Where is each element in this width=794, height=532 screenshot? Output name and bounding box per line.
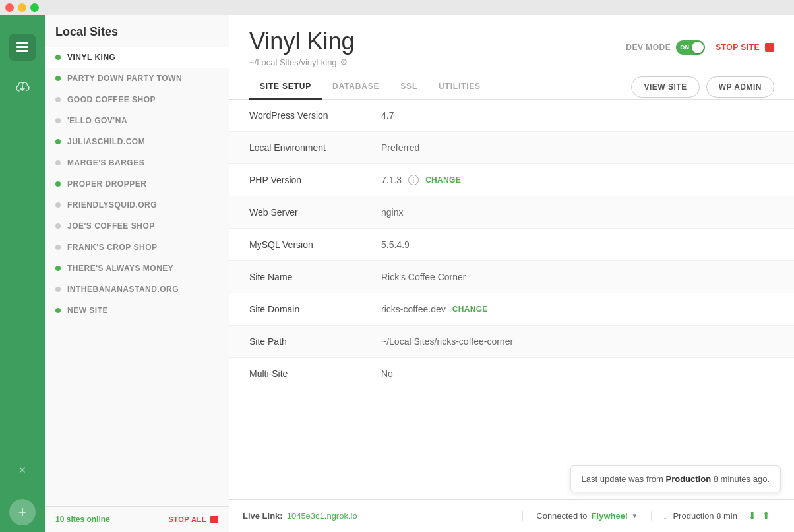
online-count-label: sites online: [67, 515, 110, 524]
settings-value: 4.7: [381, 110, 394, 121]
site-item[interactable]: FRIENDLYSQUID.ORG: [45, 194, 229, 216]
site-item-label: PROPER DROPPER: [67, 179, 146, 189]
sites-online-count: 10 sites online: [55, 515, 110, 524]
site-item-label: MARGE'S BARGES: [67, 158, 144, 167]
site-status-dot: [55, 287, 61, 292]
site-title-area: Vinyl King ~/Local Sites/vinyl-king ⚙: [249, 28, 354, 67]
site-status-dot: [55, 308, 61, 313]
stop-all-label: STOP ALL: [168, 516, 206, 523]
site-path: ~/Local Sites/vinyl-king ⚙: [249, 57, 354, 67]
sidebar-icon-sites[interactable]: [9, 34, 36, 61]
tab-ssl[interactable]: SSL: [390, 75, 428, 100]
site-item[interactable]: NEW SITE: [45, 300, 229, 321]
site-item-label: 'ELLO GOV'NA: [67, 116, 127, 125]
site-item[interactable]: INTHEBANANASTAND.ORG: [45, 279, 229, 300]
update-tooltip-bold: Production: [666, 474, 712, 484]
settings-value-text: No: [381, 369, 393, 379]
settings-row: Site Domainricks-coffee.devCHANGE: [229, 293, 794, 326]
dev-mode-toggle[interactable]: ON: [676, 40, 705, 55]
site-item[interactable]: VINYL KING: [45, 47, 229, 68]
settings-value: No: [381, 369, 393, 379]
stop-all-button[interactable]: STOP ALL: [168, 516, 218, 523]
live-link-url[interactable]: 1045e3c1.ngrok.io: [287, 511, 357, 521]
stop-site-label: STOP SITE: [716, 43, 760, 52]
stop-all-icon: [210, 516, 218, 523]
site-item-label: JOE'S COFFEE SHOP: [67, 222, 155, 231]
settings-value-text: nginx: [381, 207, 403, 218]
site-item[interactable]: PARTY DOWN PARTY TOWN: [45, 68, 229, 89]
settings-value: Rick's Coffee Corner: [381, 272, 466, 282]
traffic-light-yellow[interactable]: [18, 3, 26, 12]
tab-database[interactable]: DATABASE: [322, 75, 390, 100]
tab-utilities[interactable]: UTILITIES: [428, 75, 491, 100]
site-path-text: ~/Local Sites/vinyl-king: [249, 57, 337, 67]
sidebar-icon-panel: ✕ +: [0, 15, 45, 532]
settings-value-text: Rick's Coffee Corner: [381, 272, 466, 282]
site-status-dot: [55, 97, 61, 102]
site-status-dot: [55, 181, 61, 187]
settings-label: Multi-Site: [249, 369, 381, 379]
site-item[interactable]: JULIASCHILD.COM: [45, 131, 229, 152]
tab-site-setup[interactable]: SITE SETUP: [249, 75, 322, 100]
settings-row: Web Servernginx: [229, 196, 794, 229]
settings-content: WordPress Version4.7Local EnvironmentPre…: [229, 100, 794, 499]
settings-label: Site Name: [249, 272, 381, 282]
wp-admin-button[interactable]: WP ADMIN: [706, 76, 774, 98]
bottom-bar: Live Link: 1045e3c1.ngrok.io Connected t…: [229, 499, 794, 532]
traffic-light-green[interactable]: [30, 3, 39, 12]
settings-row: Multi-SiteNo: [229, 358, 794, 390]
settings-row: MySQL Version5.5.4.9: [229, 229, 794, 261]
production-area: ↓ Production 8 min ⬇ ⬆: [652, 510, 781, 522]
stop-site-button[interactable]: STOP SITE: [716, 43, 774, 52]
site-item[interactable]: GOOD COFFEE SHOP: [45, 89, 229, 110]
site-status-dot: [55, 55, 61, 60]
site-item[interactable]: JOE'S COFFEE SHOP: [45, 216, 229, 237]
settings-value-text: 7.1.3: [381, 175, 402, 185]
header-actions: DEV MODE ON STOP SITE: [626, 40, 774, 55]
info-icon[interactable]: i: [408, 175, 419, 185]
settings-value: ~/Local Sites/ricks-coffee-corner: [381, 336, 513, 347]
site-item-label: GOOD COFFEE SHOP: [67, 95, 156, 104]
settings-value: 5.5.4.9: [381, 239, 410, 250]
site-item[interactable]: THERE'S ALWAYS MONEY: [45, 258, 229, 279]
dev-mode-label: DEV MODE: [626, 43, 671, 52]
site-item-label: THERE'S ALWAYS MONEY: [67, 264, 173, 273]
settings-value: Preferred: [381, 142, 419, 153]
settings-label: Site Domain: [249, 304, 381, 314]
settings-row: PHP Version7.1.3iCHANGE: [229, 164, 794, 196]
settings-row: Site Path~/Local Sites/ricks-coffee-corn…: [229, 326, 794, 358]
settings-value-text: 5.5.4.9: [381, 239, 410, 250]
main-content: Vinyl King ~/Local Sites/vinyl-king ⚙ DE…: [229, 15, 794, 532]
settings-value-text: 4.7: [381, 110, 394, 121]
settings-value-text: ricks-coffee.dev: [381, 304, 446, 314]
sync-up-icon[interactable]: ⬆: [762, 510, 770, 522]
add-site-button[interactable]: +: [9, 499, 36, 525]
site-status-dot: [55, 202, 61, 208]
site-item[interactable]: PROPER DROPPER: [45, 173, 229, 194]
settings-value: ricks-coffee.devCHANGE: [381, 304, 488, 314]
site-item[interactable]: FRANK'S CROP SHOP: [45, 237, 229, 258]
flywheel-name[interactable]: Flywheel: [592, 511, 628, 521]
settings-row: Local EnvironmentPreferred: [229, 132, 794, 164]
site-main-title: Vinyl King: [249, 28, 354, 55]
close-icon[interactable]: ✕: [18, 465, 26, 475]
sync-down-icon[interactable]: ⬇: [748, 510, 756, 522]
site-item[interactable]: 'ELLO GOV'NA: [45, 110, 229, 131]
svg-rect-0: [16, 42, 28, 44]
site-item-label: JULIASCHILD.COM: [67, 137, 145, 146]
site-item[interactable]: MARGE'S BARGES: [45, 152, 229, 173]
traffic-light-red[interactable]: [5, 3, 14, 12]
sites-list: VINYL KINGPARTY DOWN PARTY TOWNGOOD COFF…: [45, 44, 229, 506]
site-status-dot: [55, 160, 61, 165]
settings-label: Web Server: [249, 207, 381, 218]
site-status-dot: [55, 76, 61, 81]
sidebar-icon-cloud[interactable]: [9, 74, 36, 100]
tabs-bar: SITE SETUPDATABASESSLUTILITIES VIEW SITE…: [229, 75, 794, 100]
view-site-button[interactable]: VIEW SITE: [631, 76, 699, 98]
change-link[interactable]: CHANGE: [452, 305, 488, 314]
change-link[interactable]: CHANGE: [425, 175, 461, 185]
settings-value: 7.1.3iCHANGE: [381, 175, 461, 185]
settings-value: nginx: [381, 207, 403, 218]
path-settings-icon[interactable]: ⚙: [340, 57, 348, 67]
toggle-knob: [692, 42, 704, 53]
